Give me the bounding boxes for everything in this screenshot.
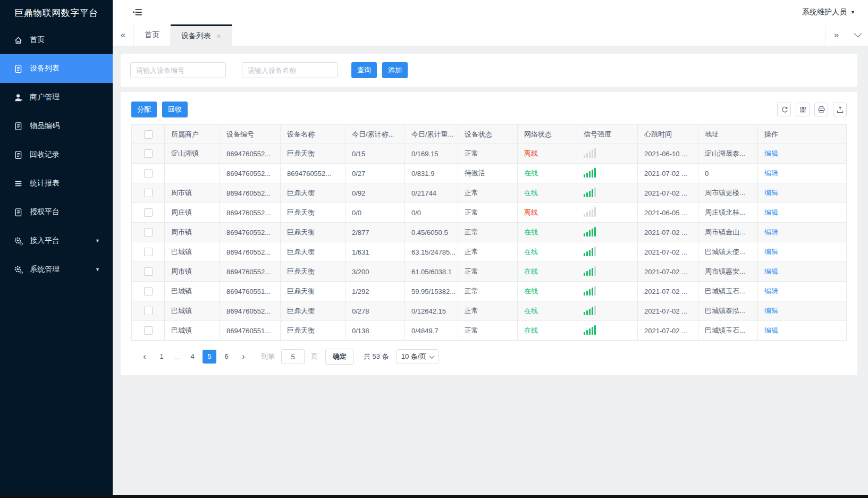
row-checkbox[interactable]: [144, 326, 153, 335]
cell-network-status: 在线: [518, 301, 577, 321]
row-checkbox[interactable]: [144, 267, 153, 276]
page-5-button-active[interactable]: 5: [203, 350, 216, 364]
cell-device-name: 巨鼎天衡: [281, 203, 345, 223]
cell-network-status: 离线: [518, 203, 577, 223]
signal-strength-icon: [584, 247, 596, 256]
cell-today-count: 1/631: [345, 242, 405, 262]
select-all-checkbox[interactable]: [144, 130, 153, 139]
row-checkbox[interactable]: [144, 169, 153, 178]
row-checkbox[interactable]: [144, 307, 153, 315]
sidebar-item-merchant[interactable]: 商户管理: [0, 83, 113, 112]
app-window: 巨鼎物联网数字平台 首页 设备列表 商户管理 物品编码: [0, 0, 868, 495]
tab-home[interactable]: 首页: [134, 24, 171, 46]
edit-link[interactable]: 编辑: [764, 169, 778, 177]
app-title: 巨鼎物联网数字平台: [0, 0, 113, 26]
cell-today-weight: 0.45/6050.5: [405, 223, 458, 242]
sidebar-item-auth-platform[interactable]: 授权平台: [0, 198, 113, 226]
edit-link[interactable]: 编辑: [764, 228, 778, 236]
col-today-count: 今日/累计称...: [345, 125, 405, 144]
edit-link[interactable]: 编辑: [764, 208, 778, 216]
assign-button[interactable]: 分配: [131, 102, 157, 117]
edit-link[interactable]: 编辑: [764, 149, 778, 157]
sidebar-item-item-code[interactable]: 物品编码: [0, 112, 113, 140]
page-1-button[interactable]: 1: [155, 350, 168, 364]
user-menu[interactable]: 系统维护人员 ▼: [802, 7, 855, 17]
tab-menu-button[interactable]: [847, 24, 868, 46]
column-settings-button[interactable]: [796, 103, 810, 116]
chevron-down-icon: ▼: [95, 267, 100, 272]
prev-page-button[interactable]: ‹: [138, 350, 151, 364]
total-count-label: 共 53 条: [364, 352, 389, 361]
user-dropdown-caret-icon: ▼: [850, 10, 855, 15]
user-name: 系统维护人员: [802, 7, 847, 17]
row-checkbox[interactable]: [144, 287, 153, 296]
cell-today-weight: 0/4849.7: [405, 321, 458, 341]
query-button[interactable]: 查询: [351, 62, 377, 78]
sidebar-item-system-mgmt[interactable]: 系统管理 ▼: [0, 255, 113, 284]
device-no-input[interactable]: [130, 62, 226, 78]
tab-device-list[interactable]: 设备列表 ×: [171, 24, 232, 46]
signal-strength-icon: [584, 207, 596, 217]
sidebar-item-device-list[interactable]: 设备列表: [0, 54, 113, 83]
recycle-button[interactable]: 回收: [162, 102, 188, 117]
cell-network-status: 离线: [518, 144, 577, 164]
next-page-button[interactable]: ›: [237, 350, 250, 364]
refresh-button[interactable]: [777, 103, 791, 116]
cell-action: 编辑: [758, 223, 847, 242]
goto-page-input[interactable]: [281, 349, 305, 364]
col-signal: 信号强度: [577, 125, 638, 144]
edit-link[interactable]: 编辑: [764, 307, 778, 315]
tabbar-spacer: [232, 24, 825, 46]
cell-device-name: 巨鼎天衡: [281, 301, 345, 321]
cell-address: 周市镇金山...: [698, 223, 758, 242]
cell-signal: [577, 203, 638, 223]
print-button[interactable]: [814, 103, 828, 116]
network-status-text: 离线: [524, 208, 538, 216]
edit-link[interactable]: 编辑: [764, 267, 778, 275]
cell-address: 巴城镇泰泓...: [698, 301, 758, 321]
sidebar: 巨鼎物联网数字平台 首页 设备列表 商户管理 物品编码: [0, 0, 113, 495]
sidebar-item-recycle-records[interactable]: 回收记录: [0, 140, 113, 169]
add-button[interactable]: 添加: [382, 62, 408, 78]
row-checkbox[interactable]: [144, 228, 153, 237]
cell-address: 0: [698, 164, 758, 183]
sidebar-item-reports[interactable]: 统计报表: [0, 169, 113, 198]
export-button[interactable]: [833, 103, 847, 116]
sidebar-item-label: 首页: [30, 35, 45, 45]
item-code-icon: [14, 122, 23, 131]
sidebar-item-home[interactable]: 首页: [0, 26, 113, 54]
network-status-text: 在线: [524, 326, 538, 334]
cell-network-status: 在线: [518, 242, 577, 262]
edit-link[interactable]: 编辑: [764, 189, 778, 197]
signal-strength-icon: [584, 148, 596, 158]
close-tab-icon[interactable]: ×: [216, 32, 221, 40]
scroll-tabs-right-button[interactable]: »: [825, 24, 847, 46]
cell-action: 编辑: [758, 282, 847, 301]
table-header-row: 所属商户 设备编号 设备名称 今日/累计称... 今日/累计重... 设备状态 …: [132, 125, 847, 144]
scroll-tabs-left-button[interactable]: «: [113, 24, 134, 46]
edit-link[interactable]: 编辑: [764, 326, 778, 334]
sidebar-item-access-platform[interactable]: 接入平台 ▼: [0, 226, 113, 255]
cell-address: 巴城镇玉石...: [698, 282, 758, 301]
page-size-select[interactable]: 10 条/页: [397, 349, 439, 364]
edit-link[interactable]: 编辑: [764, 287, 778, 295]
goto-confirm-button[interactable]: 确定: [325, 349, 354, 365]
system-mgmt-icon: [14, 265, 23, 274]
edit-link[interactable]: 编辑: [764, 248, 778, 256]
page-6-button[interactable]: 6: [220, 350, 233, 364]
device-name-input[interactable]: [242, 62, 338, 78]
row-checkbox[interactable]: [144, 248, 153, 256]
row-checkbox[interactable]: [144, 208, 153, 217]
row-checkbox[interactable]: [144, 189, 153, 197]
cell-device-name: 巨鼎天衡: [281, 242, 345, 262]
row-checkbox[interactable]: [144, 149, 153, 158]
sidebar-item-label: 回收记录: [30, 150, 60, 159]
collapse-sidebar-icon[interactable]: [132, 7, 144, 18]
page-ellipsis: ...: [172, 353, 182, 361]
cell-merchant: 巴城镇: [165, 282, 220, 301]
table-row: 8694760552... 8694760552... 0/27 0/831.9…: [132, 164, 847, 183]
cell-action: 编辑: [758, 242, 847, 262]
sidebar-item-label: 物品编码: [30, 121, 60, 131]
page-4-button[interactable]: 4: [186, 350, 199, 364]
tab-label: 设备列表: [181, 31, 211, 41]
